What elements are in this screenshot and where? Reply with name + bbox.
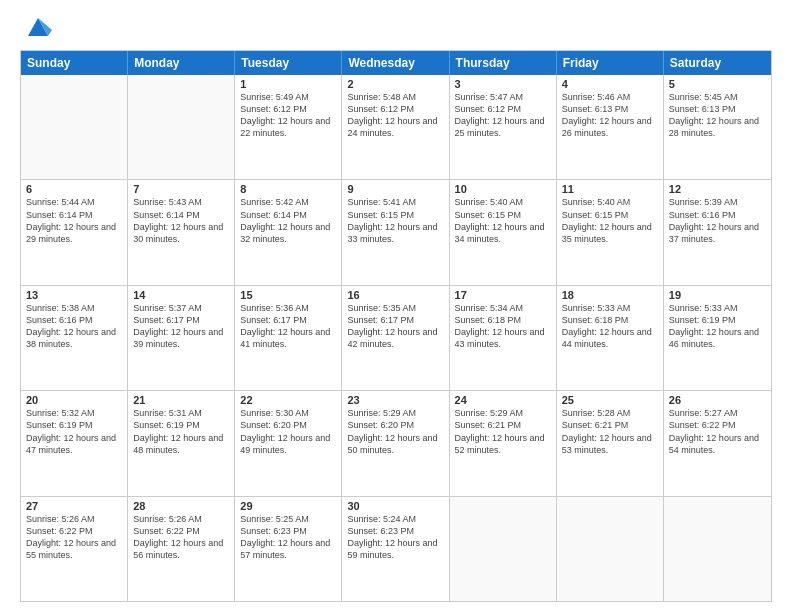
- calendar-cell: [557, 497, 664, 601]
- day-number: 28: [133, 500, 229, 512]
- calendar-cell: 12Sunrise: 5:39 AM Sunset: 6:16 PM Dayli…: [664, 180, 771, 284]
- day-info: Sunrise: 5:27 AM Sunset: 6:22 PM Dayligh…: [669, 407, 766, 456]
- day-info: Sunrise: 5:48 AM Sunset: 6:12 PM Dayligh…: [347, 91, 443, 140]
- day-number: 7: [133, 183, 229, 195]
- day-info: Sunrise: 5:25 AM Sunset: 6:23 PM Dayligh…: [240, 513, 336, 562]
- calendar-cell: 27Sunrise: 5:26 AM Sunset: 6:22 PM Dayli…: [21, 497, 128, 601]
- day-info: Sunrise: 5:38 AM Sunset: 6:16 PM Dayligh…: [26, 302, 122, 351]
- calendar-cell: 17Sunrise: 5:34 AM Sunset: 6:18 PM Dayli…: [450, 286, 557, 390]
- day-info: Sunrise: 5:24 AM Sunset: 6:23 PM Dayligh…: [347, 513, 443, 562]
- day-number: 20: [26, 394, 122, 406]
- calendar-cell: 21Sunrise: 5:31 AM Sunset: 6:19 PM Dayli…: [128, 391, 235, 495]
- day-info: Sunrise: 5:49 AM Sunset: 6:12 PM Dayligh…: [240, 91, 336, 140]
- day-info: Sunrise: 5:37 AM Sunset: 6:17 PM Dayligh…: [133, 302, 229, 351]
- day-info: Sunrise: 5:35 AM Sunset: 6:17 PM Dayligh…: [347, 302, 443, 351]
- calendar-cell: 13Sunrise: 5:38 AM Sunset: 6:16 PM Dayli…: [21, 286, 128, 390]
- header-day-sunday: Sunday: [21, 51, 128, 75]
- header-day-thursday: Thursday: [450, 51, 557, 75]
- calendar-cell: 10Sunrise: 5:40 AM Sunset: 6:15 PM Dayli…: [450, 180, 557, 284]
- calendar-row-1: 1Sunrise: 5:49 AM Sunset: 6:12 PM Daylig…: [21, 75, 771, 180]
- header-day-monday: Monday: [128, 51, 235, 75]
- day-number: 4: [562, 78, 658, 90]
- day-number: 15: [240, 289, 336, 301]
- day-info: Sunrise: 5:41 AM Sunset: 6:15 PM Dayligh…: [347, 196, 443, 245]
- calendar-cell: 1Sunrise: 5:49 AM Sunset: 6:12 PM Daylig…: [235, 75, 342, 179]
- day-info: Sunrise: 5:39 AM Sunset: 6:16 PM Dayligh…: [669, 196, 766, 245]
- day-number: 12: [669, 183, 766, 195]
- logo: [20, 16, 52, 40]
- day-info: Sunrise: 5:33 AM Sunset: 6:19 PM Dayligh…: [669, 302, 766, 351]
- day-number: 19: [669, 289, 766, 301]
- day-number: 10: [455, 183, 551, 195]
- page: SundayMondayTuesdayWednesdayThursdayFrid…: [0, 0, 792, 612]
- day-info: Sunrise: 5:32 AM Sunset: 6:19 PM Dayligh…: [26, 407, 122, 456]
- day-number: 29: [240, 500, 336, 512]
- calendar-cell: [128, 75, 235, 179]
- day-number: 8: [240, 183, 336, 195]
- calendar-header: SundayMondayTuesdayWednesdayThursdayFrid…: [21, 51, 771, 75]
- day-number: 30: [347, 500, 443, 512]
- calendar-cell: 22Sunrise: 5:30 AM Sunset: 6:20 PM Dayli…: [235, 391, 342, 495]
- day-info: Sunrise: 5:45 AM Sunset: 6:13 PM Dayligh…: [669, 91, 766, 140]
- day-number: 14: [133, 289, 229, 301]
- day-info: Sunrise: 5:40 AM Sunset: 6:15 PM Dayligh…: [562, 196, 658, 245]
- calendar-row-3: 13Sunrise: 5:38 AM Sunset: 6:16 PM Dayli…: [21, 286, 771, 391]
- day-number: 24: [455, 394, 551, 406]
- day-info: Sunrise: 5:47 AM Sunset: 6:12 PM Dayligh…: [455, 91, 551, 140]
- header-day-friday: Friday: [557, 51, 664, 75]
- day-number: 21: [133, 394, 229, 406]
- day-info: Sunrise: 5:31 AM Sunset: 6:19 PM Dayligh…: [133, 407, 229, 456]
- calendar-cell: 5Sunrise: 5:45 AM Sunset: 6:13 PM Daylig…: [664, 75, 771, 179]
- calendar-row-4: 20Sunrise: 5:32 AM Sunset: 6:19 PM Dayli…: [21, 391, 771, 496]
- calendar: SundayMondayTuesdayWednesdayThursdayFrid…: [20, 50, 772, 602]
- calendar-cell: 7Sunrise: 5:43 AM Sunset: 6:14 PM Daylig…: [128, 180, 235, 284]
- day-number: 6: [26, 183, 122, 195]
- calendar-body: 1Sunrise: 5:49 AM Sunset: 6:12 PM Daylig…: [21, 75, 771, 601]
- day-number: 26: [669, 394, 766, 406]
- day-info: Sunrise: 5:34 AM Sunset: 6:18 PM Dayligh…: [455, 302, 551, 351]
- calendar-cell: 25Sunrise: 5:28 AM Sunset: 6:21 PM Dayli…: [557, 391, 664, 495]
- calendar-cell: 23Sunrise: 5:29 AM Sunset: 6:20 PM Dayli…: [342, 391, 449, 495]
- day-info: Sunrise: 5:26 AM Sunset: 6:22 PM Dayligh…: [133, 513, 229, 562]
- calendar-cell: 9Sunrise: 5:41 AM Sunset: 6:15 PM Daylig…: [342, 180, 449, 284]
- calendar-row-5: 27Sunrise: 5:26 AM Sunset: 6:22 PM Dayli…: [21, 497, 771, 601]
- day-number: 17: [455, 289, 551, 301]
- day-info: Sunrise: 5:26 AM Sunset: 6:22 PM Dayligh…: [26, 513, 122, 562]
- day-info: Sunrise: 5:29 AM Sunset: 6:20 PM Dayligh…: [347, 407, 443, 456]
- day-number: 11: [562, 183, 658, 195]
- day-number: 27: [26, 500, 122, 512]
- header-day-wednesday: Wednesday: [342, 51, 449, 75]
- calendar-row-2: 6Sunrise: 5:44 AM Sunset: 6:14 PM Daylig…: [21, 180, 771, 285]
- day-number: 13: [26, 289, 122, 301]
- day-number: 22: [240, 394, 336, 406]
- day-number: 2: [347, 78, 443, 90]
- logo-icon: [24, 12, 52, 40]
- calendar-cell: [664, 497, 771, 601]
- calendar-cell: [21, 75, 128, 179]
- day-info: Sunrise: 5:43 AM Sunset: 6:14 PM Dayligh…: [133, 196, 229, 245]
- calendar-cell: 15Sunrise: 5:36 AM Sunset: 6:17 PM Dayli…: [235, 286, 342, 390]
- calendar-cell: 18Sunrise: 5:33 AM Sunset: 6:18 PM Dayli…: [557, 286, 664, 390]
- day-number: 23: [347, 394, 443, 406]
- header-day-saturday: Saturday: [664, 51, 771, 75]
- calendar-cell: 28Sunrise: 5:26 AM Sunset: 6:22 PM Dayli…: [128, 497, 235, 601]
- day-number: 25: [562, 394, 658, 406]
- day-number: 5: [669, 78, 766, 90]
- day-info: Sunrise: 5:36 AM Sunset: 6:17 PM Dayligh…: [240, 302, 336, 351]
- day-number: 1: [240, 78, 336, 90]
- day-info: Sunrise: 5:28 AM Sunset: 6:21 PM Dayligh…: [562, 407, 658, 456]
- header-day-tuesday: Tuesday: [235, 51, 342, 75]
- day-number: 9: [347, 183, 443, 195]
- day-number: 3: [455, 78, 551, 90]
- calendar-cell: 8Sunrise: 5:42 AM Sunset: 6:14 PM Daylig…: [235, 180, 342, 284]
- day-number: 16: [347, 289, 443, 301]
- calendar-cell: 4Sunrise: 5:46 AM Sunset: 6:13 PM Daylig…: [557, 75, 664, 179]
- day-info: Sunrise: 5:46 AM Sunset: 6:13 PM Dayligh…: [562, 91, 658, 140]
- calendar-cell: [450, 497, 557, 601]
- calendar-cell: 14Sunrise: 5:37 AM Sunset: 6:17 PM Dayli…: [128, 286, 235, 390]
- calendar-cell: 20Sunrise: 5:32 AM Sunset: 6:19 PM Dayli…: [21, 391, 128, 495]
- calendar-cell: 2Sunrise: 5:48 AM Sunset: 6:12 PM Daylig…: [342, 75, 449, 179]
- calendar-cell: 29Sunrise: 5:25 AM Sunset: 6:23 PM Dayli…: [235, 497, 342, 601]
- calendar-cell: 3Sunrise: 5:47 AM Sunset: 6:12 PM Daylig…: [450, 75, 557, 179]
- calendar-cell: 26Sunrise: 5:27 AM Sunset: 6:22 PM Dayli…: [664, 391, 771, 495]
